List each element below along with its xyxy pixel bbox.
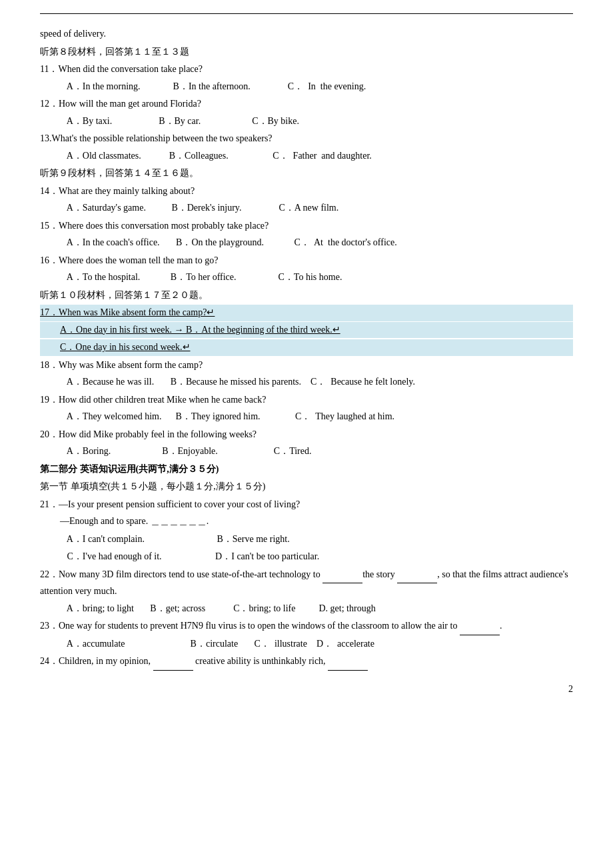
page-number: 2: [40, 684, 573, 695]
options-16: A．To the hospital. B．To her office. C．To…: [40, 269, 573, 286]
page-content: speed of delivery. 听第８段材料，回答第１１至１３题 11．W…: [40, 26, 573, 671]
the-text-2: the: [328, 237, 339, 247]
options-17-c: C．One day in his second week.↵: [40, 339, 573, 356]
options-21-cd: C．I've had enough of it. D．I can't be to…: [40, 549, 573, 565]
top-divider: [40, 13, 573, 14]
options-18: A．Because he was ill. B．Because he misse…: [40, 374, 573, 391]
options-11: A．In the morning. B．In the afternoon. C．…: [40, 79, 573, 95]
options-12: A．By taxi. B．By car. C．By bike.: [40, 113, 573, 130]
at-text: At: [314, 237, 323, 247]
section-9-header: 听第９段材料，回答第１４至１６题。: [40, 165, 573, 182]
question-12: 12．How will the man get around Florida?: [40, 96, 573, 113]
options-15: A．In the coach's office. B．On the playgr…: [40, 235, 573, 251]
question-21-b: ―Enough and to spare. ＿＿＿＿＿＿.: [40, 513, 573, 530]
question-13: 13.What's the possible relationship betw…: [40, 131, 573, 147]
the-text: the: [320, 81, 332, 91]
question-22: 22．Now many 3D film directors tend to us…: [40, 567, 573, 600]
section-10-header: 听第１０段材料，回答第１７至２０题。: [40, 287, 573, 304]
options-19: A．They welcomed him. B．They ignored him.…: [40, 409, 573, 425]
options-13: A．Old classmates. B．Colleagues. C． Fathe…: [40, 148, 573, 165]
question-15: 15．Where does this conversation most pro…: [40, 218, 573, 235]
section-1-header: 第一节 单项填空(共１５小题，每小题１分,满分１５分): [40, 479, 573, 495]
options-20: A．Boring. B．Enjoyable. C．Tired.: [40, 443, 573, 460]
question-19: 19．How did other children treat Mike whe…: [40, 392, 573, 409]
speed-delivery-line: speed of delivery.: [40, 26, 573, 43]
and-text: and: [321, 151, 334, 161]
options-21-ab: A．I can't complain. B．Serve me right.: [40, 531, 573, 548]
options-22: A．bring; to light B．get; across C．bring;…: [40, 601, 573, 617]
question-16: 16．Where does the woman tell the man to …: [40, 253, 573, 269]
question-14: 14．What are they mainly talking about?: [40, 183, 573, 200]
question-17: 17．When was Mike absent form the camp?↵: [40, 305, 573, 321]
question-24: 24．Children, in my opinion, creative abi…: [40, 653, 573, 671]
question-18: 18．Why was Mike absent form the camp?: [40, 357, 573, 374]
question-23: 23．One way for students to prevent H7N9 …: [40, 618, 573, 635]
question-11: 11．When did the conversation take place?: [40, 61, 573, 78]
options-17-a: A．One day in his first week. → B．At the …: [40, 322, 573, 339]
part-2-header: 第二部分 英语知识运用(共两节,满分３５分): [40, 461, 573, 478]
question-21: 21．―Is your present pension sufficient t…: [40, 497, 573, 513]
options-23: A．accumulate B．circulate C． illustrate D…: [40, 636, 573, 653]
section-8-header: 听第８段材料，回答第１１至１３题: [40, 44, 573, 61]
question-20: 20．How did Mike probably feel in the fol…: [40, 427, 573, 443]
options-14: A．Saturday's game. B．Derek's injury. C．A…: [40, 200, 573, 217]
